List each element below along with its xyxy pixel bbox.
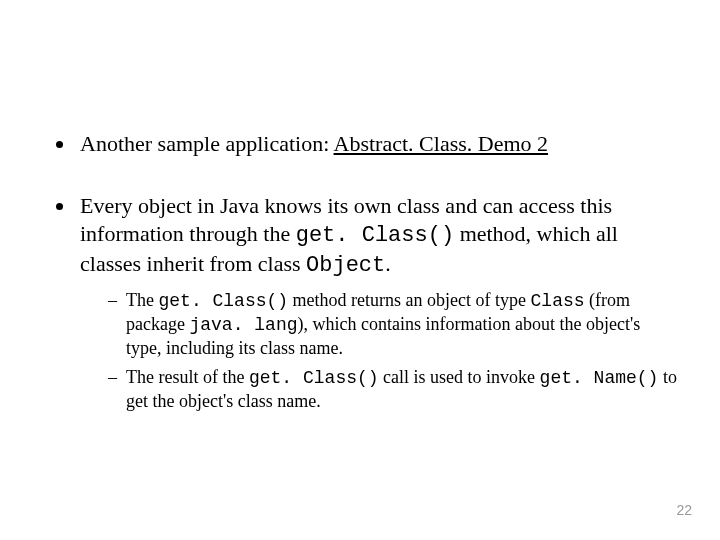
code-span: get. Class() (249, 368, 379, 388)
app-link[interactable]: Abstract. Class. Demo 2 (334, 131, 548, 156)
code-span: get. Class() (296, 223, 454, 248)
bullet-list: Another sample application: Abstract. Cl… (40, 130, 680, 413)
bullet-text: Another sample application: (80, 131, 334, 156)
sub-text: call is used to invoke (379, 367, 540, 387)
code-span: Class (531, 291, 585, 311)
sub-item: The result of the get. Class() call is u… (108, 366, 680, 413)
bullet-item: Every object in Java knows its own class… (76, 192, 680, 413)
code-span: get. Class() (158, 291, 288, 311)
sub-list: The get. Class() method returns an objec… (80, 289, 680, 413)
code-span: java. lang (189, 315, 297, 335)
page-number: 22 (676, 502, 692, 518)
slide: Another sample application: Abstract. Cl… (0, 0, 720, 540)
code-span: get. Name() (540, 368, 659, 388)
bullet-item: Another sample application: Abstract. Cl… (76, 130, 680, 158)
sub-text: The result of the (126, 367, 249, 387)
code-span: Object (306, 253, 385, 278)
sub-text: method returns an object of type (288, 290, 530, 310)
bullet-text: . (385, 251, 391, 276)
sub-item: The get. Class() method returns an objec… (108, 289, 680, 360)
sub-text: The (126, 290, 158, 310)
